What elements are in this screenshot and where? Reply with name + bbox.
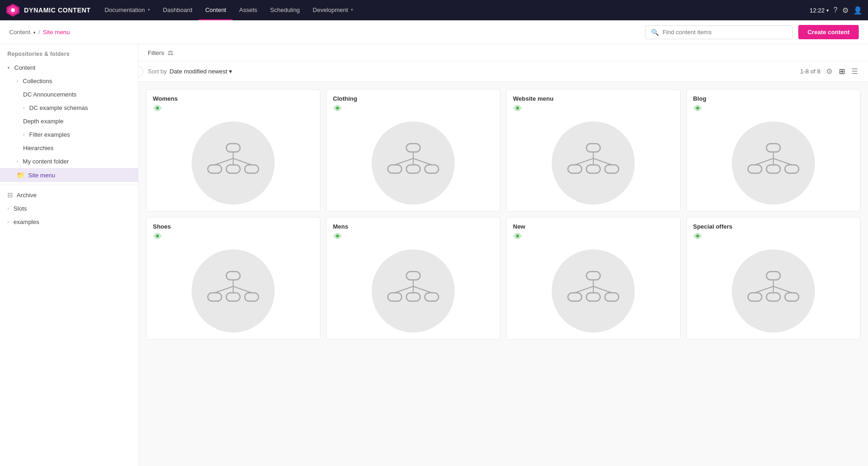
search-bar[interactable]: 🔍 bbox=[645, 25, 793, 39]
svg-point-21 bbox=[516, 107, 519, 109]
content-card[interactable]: Shoes bbox=[146, 217, 320, 339]
sidebar-item-my-content-folder[interactable]: › My content folder bbox=[0, 155, 138, 168]
sidebar-section-title: Repositories & folders bbox=[0, 44, 138, 61]
svg-point-66 bbox=[696, 235, 699, 237]
svg-rect-54 bbox=[388, 293, 402, 301]
collapse-sidebar-button[interactable]: ‹ bbox=[139, 66, 143, 77]
svg-line-17 bbox=[413, 158, 432, 165]
sort-value-dropdown[interactable]: Date modified newest ▾ bbox=[169, 68, 232, 75]
svg-rect-49 bbox=[406, 272, 420, 280]
svg-point-2 bbox=[11, 8, 15, 12]
filter-settings-icon[interactable]: ⚙ bbox=[825, 66, 833, 77]
sidebar-item-depth-example[interactable]: Depth example bbox=[0, 115, 138, 128]
card-header: Website menu bbox=[506, 90, 680, 117]
folder-icon: 📁 bbox=[17, 171, 24, 179]
card-thumbnail bbox=[506, 245, 680, 339]
svg-point-12 bbox=[336, 107, 339, 109]
sidebar-item-archive[interactable]: ⊟ Archive bbox=[0, 188, 138, 202]
item-count: 1-8 of 8 bbox=[800, 68, 820, 75]
chevron-icon: ▾ bbox=[351, 7, 353, 12]
help-icon[interactable]: ? bbox=[833, 6, 838, 14]
nav-dashboard[interactable]: Dashboard bbox=[157, 0, 199, 20]
content-card[interactable]: Blog bbox=[686, 89, 861, 212]
sidebar-label: DC example schemas bbox=[29, 104, 131, 111]
svg-line-71 bbox=[773, 286, 792, 293]
svg-rect-19 bbox=[406, 165, 420, 173]
sidebar-label: Site menu bbox=[28, 172, 131, 179]
thumb-circle bbox=[372, 121, 455, 205]
svg-point-48 bbox=[336, 235, 339, 237]
sidebar-label: Filter examples bbox=[29, 131, 131, 138]
chevron-right-icon: › bbox=[7, 206, 9, 211]
svg-rect-9 bbox=[208, 165, 222, 173]
nav-documentation[interactable]: Documentation ▾ bbox=[98, 0, 156, 20]
thumb-circle bbox=[732, 249, 815, 333]
sidebar-item-dc-schemas[interactable]: › DC example schemas bbox=[0, 101, 138, 115]
sidebar-item-content[interactable]: ▾ Content bbox=[0, 61, 138, 74]
chevron-icon: ▾ bbox=[148, 7, 150, 12]
card-thumbnail bbox=[146, 245, 320, 339]
sidebar-item-filter-examples[interactable]: › Filter examples bbox=[0, 128, 138, 141]
user-icon[interactable]: 👤 bbox=[853, 6, 862, 15]
svg-line-35 bbox=[773, 158, 792, 165]
content-card[interactable]: New bbox=[506, 217, 681, 339]
published-icon bbox=[693, 105, 854, 113]
breadcrumb-separator: / bbox=[38, 29, 40, 36]
card-thumbnail bbox=[146, 117, 320, 211]
svg-rect-65 bbox=[605, 293, 619, 301]
sidebar-item-hierarchies[interactable]: Hierarchies bbox=[0, 141, 138, 155]
breadcrumb-site-menu[interactable]: Site menu bbox=[43, 29, 70, 36]
sidebar-label: Archive bbox=[17, 192, 131, 199]
grid-view-button[interactable]: ⊞ bbox=[838, 66, 846, 77]
nav-assets[interactable]: Assets bbox=[233, 0, 264, 20]
filter-icon[interactable]: ⚖ bbox=[168, 49, 174, 56]
card-title: Special offers bbox=[693, 223, 854, 230]
sidebar-item-site-menu[interactable]: 📁 Site menu bbox=[0, 168, 138, 182]
sort-bar: ‹ Sort by Date modified newest ▾ 1-8 of … bbox=[139, 61, 868, 82]
svg-rect-29 bbox=[605, 165, 619, 173]
card-title: Shoes bbox=[153, 223, 313, 230]
svg-point-39 bbox=[156, 235, 159, 237]
svg-line-44 bbox=[233, 286, 252, 293]
sidebar-item-slots[interactable]: › Slots bbox=[0, 202, 138, 215]
thumb-circle bbox=[192, 121, 275, 205]
filters-label: Filters bbox=[148, 49, 164, 56]
svg-rect-63 bbox=[568, 293, 582, 301]
sub-header: Content ▾ / Site menu 🔍 Create content bbox=[0, 20, 868, 44]
card-title: Mens bbox=[333, 223, 494, 230]
sidebar-item-examples[interactable]: › examples bbox=[0, 215, 138, 229]
content-card[interactable]: Special offers bbox=[686, 217, 861, 339]
content-card[interactable]: Website menu bbox=[506, 89, 681, 212]
card-thumbnail bbox=[326, 117, 500, 211]
published-icon bbox=[513, 233, 674, 241]
sidebar-label: DC Announcements bbox=[23, 91, 131, 98]
svg-rect-74 bbox=[785, 293, 799, 301]
content-card[interactable]: Womens bbox=[146, 89, 320, 212]
svg-rect-31 bbox=[766, 144, 780, 152]
svg-rect-56 bbox=[425, 293, 439, 301]
card-thumbnail bbox=[326, 245, 500, 339]
svg-line-51 bbox=[395, 286, 413, 293]
svg-rect-27 bbox=[568, 165, 582, 173]
nav-content[interactable]: Content bbox=[199, 0, 233, 20]
svg-point-57 bbox=[516, 235, 519, 237]
main-layout: Repositories & folders ▾ Content › Colle… bbox=[0, 44, 868, 466]
list-view-button[interactable]: ☰ bbox=[850, 66, 859, 77]
nav-development[interactable]: Development ▾ bbox=[306, 0, 360, 20]
card-header: Shoes bbox=[146, 218, 320, 245]
card-title: Clothing bbox=[333, 95, 494, 102]
breadcrumb-content[interactable]: Content ▾ bbox=[9, 29, 36, 36]
chevron-right-icon: › bbox=[23, 132, 24, 137]
sort-by-label: Sort by bbox=[148, 68, 167, 75]
content-card[interactable]: Mens bbox=[326, 217, 500, 339]
sidebar-item-collections[interactable]: › Collections bbox=[0, 74, 138, 88]
search-input[interactable] bbox=[663, 29, 787, 36]
create-content-button[interactable]: Create content bbox=[798, 25, 859, 39]
sort-value-text: Date modified newest bbox=[169, 68, 227, 75]
sidebar-item-dc-announcements[interactable]: DC Announcements bbox=[0, 88, 138, 101]
settings-icon[interactable]: ⚙ bbox=[842, 6, 849, 15]
svg-rect-64 bbox=[586, 293, 600, 301]
nav-scheduling[interactable]: Scheduling bbox=[264, 0, 306, 20]
app-logo[interactable]: DYNAMIC CONTENT bbox=[6, 3, 90, 18]
content-card[interactable]: Clothing bbox=[326, 89, 500, 212]
